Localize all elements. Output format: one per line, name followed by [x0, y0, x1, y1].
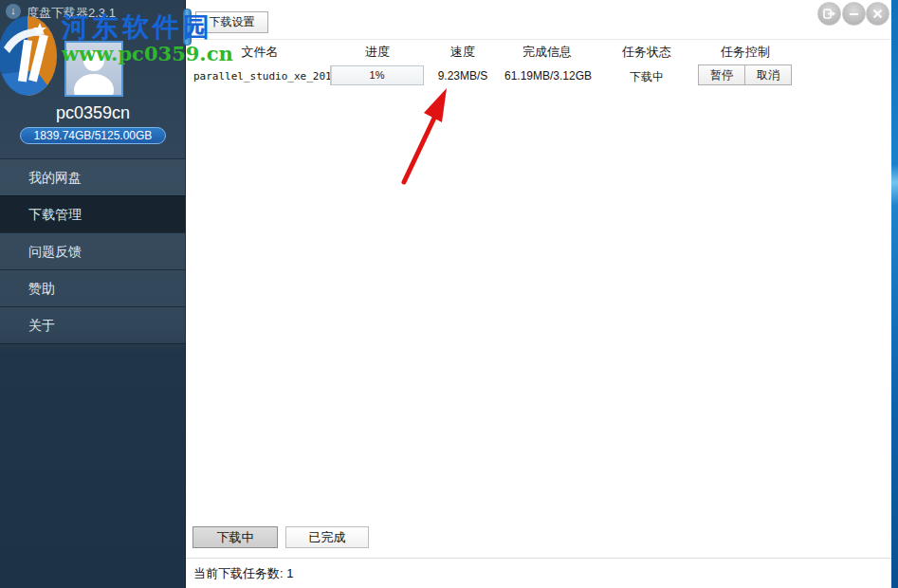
- cell-info: 61.19MB/3.12GB: [504, 69, 590, 83]
- download-app-icon: ↓: [6, 4, 21, 19]
- toolbar-divider: [186, 39, 891, 40]
- sidebar: ↓ 度盘下载器2.3.1 pc0359cn 1839.74GB/5125.00G…: [0, 0, 186, 588]
- sidebar-item-my-drive[interactable]: 我的网盘: [0, 158, 186, 195]
- table-row: parallel_studio_xe_201 1% 9.23MB/S 61.19…: [186, 64, 891, 89]
- status-count: 1: [286, 566, 293, 580]
- header-info: 完成信息: [504, 44, 590, 61]
- sidebar-menu: 我的网盘 下载管理 问题反馈 赞助 关于: [0, 158, 186, 344]
- download-settings-button[interactable]: 下载设置: [195, 11, 268, 33]
- desktop-background-strip: [891, 0, 898, 588]
- header-speed: 速度: [425, 44, 501, 61]
- cancel-button[interactable]: 取消: [744, 64, 792, 85]
- main-panel: 下载设置 文件名 进度 速度 完成信息 任务状态 任务控制 parallel_s…: [186, 0, 891, 588]
- progress-label: 1%: [370, 69, 385, 81]
- close-button[interactable]: [866, 2, 889, 26]
- header-control: 任务控制: [692, 44, 798, 61]
- window-title: 度盘下载器2.3.1: [27, 5, 116, 22]
- tab-downloading[interactable]: 下载中: [192, 526, 278, 548]
- storage-badge: 1839.74GB/5125.00GB: [20, 127, 166, 144]
- avatar[interactable]: [64, 41, 123, 97]
- minimize-icon: [848, 8, 860, 20]
- username: pc0359cn: [0, 103, 186, 123]
- statusbar-divider: [186, 558, 891, 559]
- logout-icon: [823, 8, 835, 20]
- sidebar-item-download-manager[interactable]: 下载管理: [0, 195, 186, 232]
- red-annotation-arrow: [396, 82, 457, 188]
- logout-button[interactable]: [817, 2, 841, 26]
- sidebar-item-sponsor[interactable]: 赞助: [0, 269, 186, 306]
- close-icon: [871, 8, 884, 20]
- pause-button[interactable]: 暂停: [698, 64, 745, 85]
- status-label: 当前下载任务数:: [193, 566, 284, 580]
- sidebar-item-feedback[interactable]: 问题反馈: [0, 232, 186, 269]
- cell-speed: 9.23MB/S: [425, 69, 501, 83]
- minimize-button[interactable]: [842, 2, 866, 26]
- person-silhouette-icon: [66, 43, 121, 95]
- progress-fill: [331, 66, 332, 84]
- header-status: 任务状态: [613, 44, 681, 61]
- panel-handle[interactable]: [183, 9, 192, 46]
- titlebar: ↓ 度盘下载器2.3.1: [0, 0, 186, 23]
- app-window: ↓ 度盘下载器2.3.1 pc0359cn 1839.74GB/5125.00G…: [0, 0, 898, 588]
- header-filename: 文件名: [193, 44, 326, 61]
- tab-completed[interactable]: 已完成: [285, 526, 369, 548]
- statusbar: 当前下载任务数: 1: [193, 565, 293, 582]
- header-progress: 进度: [330, 44, 425, 61]
- progress-bar: 1%: [330, 65, 424, 85]
- cell-status: 下载中: [613, 69, 681, 85]
- sidebar-item-about[interactable]: 关于: [0, 306, 186, 343]
- cell-filename: parallel_studio_xe_201: [193, 70, 326, 83]
